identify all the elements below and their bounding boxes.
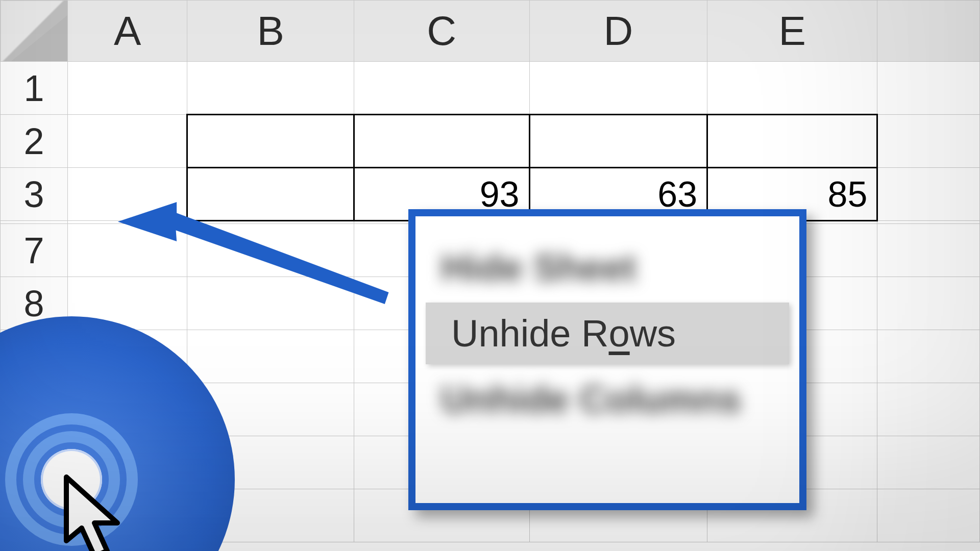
cell[interactable] — [187, 277, 354, 330]
cell[interactable] — [877, 436, 980, 489]
cell[interactable] — [877, 224, 980, 277]
row-header-2[interactable]: 2 — [1, 115, 68, 168]
column-header-A[interactable]: A — [67, 1, 187, 62]
month-header-jan[interactable]: January — [354, 115, 529, 168]
menu-item-label-underline: o — [609, 312, 630, 355]
cell[interactable] — [877, 62, 980, 115]
cell[interactable] — [67, 115, 187, 168]
svg-marker-1 — [66, 477, 117, 551]
table-corner-header[interactable] — [187, 115, 354, 168]
menu-item-unhide-rows[interactable]: Unhide Rows — [426, 303, 789, 364]
cell[interactable] — [187, 62, 354, 115]
cell[interactable] — [877, 115, 980, 168]
menu-item-unhide-columns[interactable]: Unhide Columns — [415, 368, 799, 430]
select-all-corner[interactable] — [1, 1, 68, 62]
cell[interactable] — [187, 224, 354, 277]
row-name-john[interactable]: John — [187, 168, 354, 221]
cell[interactable] — [67, 224, 187, 277]
row-header-1[interactable]: 1 — [1, 62, 68, 115]
cell[interactable] — [67, 168, 187, 221]
month-header-mar[interactable]: March — [707, 115, 877, 168]
menu-item-label-post: ws — [630, 312, 676, 355]
cell[interactable] — [877, 489, 980, 542]
cell[interactable] — [877, 383, 980, 436]
column-header-D[interactable]: D — [529, 1, 707, 62]
cursor-arrow-icon — [61, 474, 138, 551]
column-header-spill[interactable] — [877, 1, 980, 62]
column-header-B[interactable]: B — [187, 1, 354, 62]
row-header-7[interactable]: 7 — [1, 224, 68, 277]
cell[interactable] — [707, 62, 877, 115]
cell[interactable] — [877, 168, 980, 221]
month-header-feb[interactable]: February — [529, 115, 707, 168]
cell[interactable] — [67, 62, 187, 115]
menu-item-hide-sheet[interactable]: Hide Sheet — [415, 237, 799, 298]
context-menu-popup: Hide Sheet Unhide Rows Unhide Columns — [408, 209, 806, 510]
cell[interactable] — [877, 330, 980, 383]
menu-item-label-pre: Unhide R — [451, 312, 609, 355]
column-header-E[interactable]: E — [707, 1, 877, 62]
column-header-C[interactable]: C — [354, 1, 529, 62]
cell[interactable] — [529, 62, 707, 115]
cell[interactable] — [354, 62, 529, 115]
cell[interactable] — [187, 330, 354, 383]
cell[interactable] — [877, 277, 980, 330]
row-header-3[interactable]: 3 — [1, 168, 68, 221]
